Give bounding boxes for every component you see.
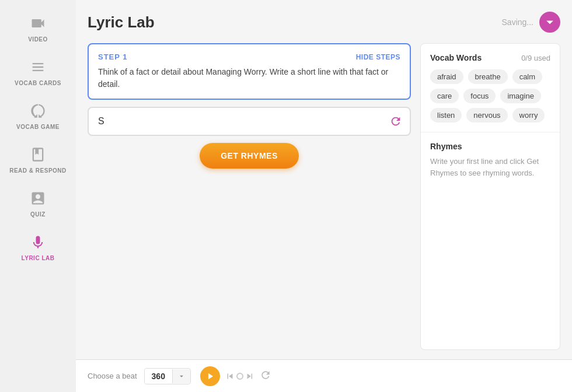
right-panel: Vocab Words 0/9 used afraid breathe calm… [420,43,560,350]
vocab-section: Vocab Words 0/9 used afraid breathe calm… [421,44,560,132]
vocab-title: Vocab Words [430,53,482,62]
cards-icon [27,57,48,78]
svg-marker-0 [208,373,213,379]
sidebar-item-video[interactable]: VIDEO [0,6,76,50]
sidebar-item-vocab-cards[interactable]: VOCAB CARDS [0,50,76,93]
video-icon [27,13,48,34]
save-button[interactable] [539,12,560,33]
game-icon [27,100,48,121]
refresh-input-icon[interactable] [389,114,403,128]
bottom-bar: Choose a beat 360 [76,359,572,392]
step-box: STEP 1 HIDE STEPS Think of a fact or det… [88,43,411,100]
get-rhymes-button[interactable]: GET RHYMES [200,143,299,169]
saving-text: Saving... [502,18,533,27]
step-label: STEP 1 [98,52,128,61]
beat-value: 360 [145,369,172,384]
choose-beat-label: Choose a beat [88,372,137,380]
header: Lyric Lab Saving... [88,12,560,33]
step-description: Think of a fact or detail about Managing… [98,66,400,90]
rhymes-section: Rhymes Write your first line and click G… [421,132,560,349]
page-title: Lyric Lab [88,13,155,32]
sidebar-item-vocab-game[interactable]: VOCAB GAME [0,93,76,137]
vocab-count: 0/9 used [521,54,550,62]
sidebar-label-vocab-cards: VOCAB CARDS [15,80,61,86]
sidebar-item-quiz[interactable]: QUIZ [0,181,76,225]
vocab-chip-afraid[interactable]: afraid [430,69,463,84]
vocab-chip-imagine[interactable]: imagine [500,89,541,103]
content-area: STEP 1 HIDE STEPS Think of a fact or det… [88,43,560,350]
sidebar-label-video: VIDEO [28,36,48,43]
vocab-chip-worry[interactable]: worry [512,108,545,123]
refresh-transport-button[interactable] [260,369,271,383]
rhymes-hint: Write your first line and click Get Rhym… [430,156,550,178]
vocab-chip-care[interactable]: care [430,89,459,103]
play-button[interactable] [200,366,220,386]
left-panel: STEP 1 HIDE STEPS Think of a fact or det… [88,43,411,350]
lyric-input[interactable] [89,108,389,135]
transport-controls [200,366,271,386]
sidebar-label-vocab-game: VOCAB GAME [16,124,60,130]
step-header: STEP 1 HIDE STEPS [98,52,400,61]
main-content: Lyric Lab Saving... STEP 1 HIDE STEPS Th… [76,0,572,392]
mic-icon [27,232,48,253]
sidebar-label-quiz: QUIZ [30,211,46,218]
vocab-header: Vocab Words 0/9 used [430,53,550,62]
input-wrapper [88,107,411,136]
vocab-words: afraid breathe calm care focus imagine l… [430,69,550,123]
skip-back-button[interactable] [225,371,235,382]
beat-selector: 360 [144,368,191,384]
vocab-chip-calm[interactable]: calm [512,69,542,84]
skip-forward-button[interactable] [245,371,255,382]
sidebar-item-read-respond[interactable]: READ & RESPOND [0,137,76,181]
beat-dropdown-button[interactable] [172,369,190,383]
sidebar: VIDEO VOCAB CARDS VOCAB GAME READ & RESP… [0,0,76,392]
vocab-chip-listen[interactable]: listen [430,108,462,123]
sidebar-item-lyric-lab[interactable]: LYRIC LAB [0,225,76,268]
hide-steps-button[interactable]: HIDE STEPS [356,53,400,61]
vocab-chip-breathe[interactable]: breathe [468,69,508,84]
vocab-chip-nervous[interactable]: nervous [466,108,507,123]
book-icon [27,144,48,165]
progress-thumb [236,373,243,380]
vocab-chip-focus[interactable]: focus [463,89,496,103]
saving-area: Saving... [502,12,560,33]
quiz-icon [27,188,48,209]
sidebar-label-read-respond: READ & RESPOND [9,167,67,174]
rhymes-title: Rhymes [430,142,550,151]
sidebar-label-lyric-lab: LYRIC LAB [22,255,55,261]
